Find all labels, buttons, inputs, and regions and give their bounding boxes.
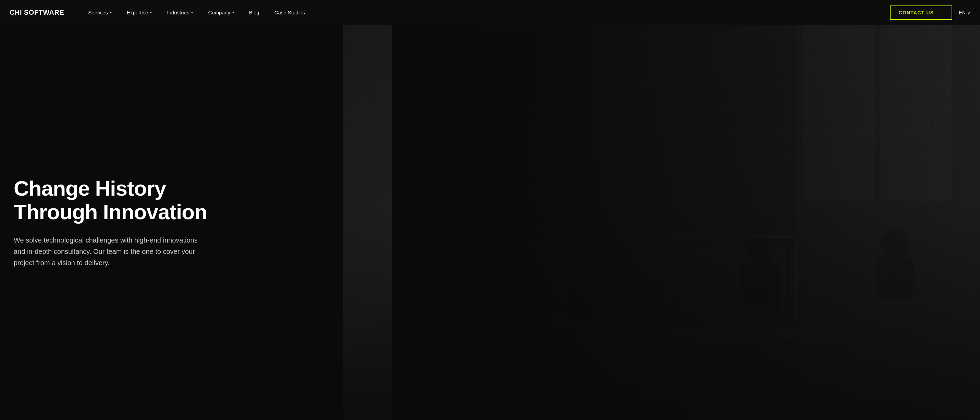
nav-item-services[interactable]: Services ▾: [81, 0, 119, 25]
hero-content: Change History Through Innovation We sol…: [0, 177, 233, 268]
nav-item-company[interactable]: Company ▾: [200, 0, 241, 25]
arrow-icon: →: [937, 10, 943, 16]
hero-gradient-overlay: [392, 25, 980, 420]
brand-logo[interactable]: CHI SOFTWARE: [10, 9, 64, 16]
contact-button[interactable]: CONTACT US →: [890, 5, 952, 20]
nav-links: Services ▾ Expertise ▾ Industries ▾ Comp…: [81, 0, 889, 25]
hero-title: Change History Through Innovation: [14, 177, 219, 223]
chevron-down-icon: ▾: [110, 11, 112, 14]
chevron-down-icon: ▾: [191, 11, 193, 14]
chevron-down-icon: ∨: [967, 10, 970, 16]
nav-item-expertise[interactable]: Expertise ▾: [119, 0, 160, 25]
hero-subtitle: We solve technological challenges with h…: [14, 235, 205, 269]
chevron-down-icon: ▾: [150, 11, 152, 14]
nav-item-blog[interactable]: Blog: [242, 0, 267, 25]
nav-item-case-studies[interactable]: Case Studies: [267, 0, 312, 25]
hero-section: Change History Through Innovation We sol…: [0, 25, 980, 420]
chevron-down-icon: ▾: [232, 11, 234, 14]
nav-item-industries[interactable]: Industries ▾: [159, 0, 200, 25]
language-selector[interactable]: EN ∨: [959, 10, 970, 16]
navigation: CHI SOFTWARE Services ▾ Expertise ▾ Indu…: [0, 0, 980, 25]
nav-right: CONTACT US → EN ∨: [890, 5, 970, 20]
